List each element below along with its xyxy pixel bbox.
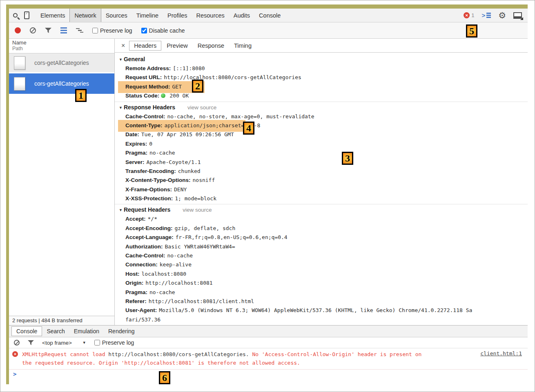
header-row: Origin:http://localhost:8081 bbox=[119, 279, 528, 288]
header-value: gzip, deflate, sdch bbox=[175, 225, 236, 231]
view-source-link[interactable]: view source bbox=[187, 104, 216, 111]
large-rows-icon[interactable] bbox=[60, 27, 67, 34]
view-source-link[interactable]: view source bbox=[183, 207, 212, 213]
header-row: Authorization:Basic YWRtaW46YWRtaW4= bbox=[119, 242, 528, 251]
clear-console-icon[interactable] bbox=[14, 340, 20, 345]
dock-side-icon[interactable] bbox=[513, 12, 522, 19]
tab-console[interactable]: Console bbox=[254, 9, 285, 22]
filter-icon[interactable] bbox=[45, 28, 51, 33]
olive-frame-top bbox=[6, 4, 528, 9]
annotation-badge-1: 1 bbox=[75, 89, 87, 102]
header-row: Accept:*/* bbox=[119, 215, 528, 224]
tab-network[interactable]: Network bbox=[69, 9, 101, 22]
header-row-content-type: Content-Type:application/json;charset=UT… bbox=[119, 121, 528, 130]
header-row-request-method: Request Method:GET bbox=[119, 82, 528, 91]
annotation-badge-3: 3 bbox=[342, 152, 353, 165]
header-value: 200 OK bbox=[169, 93, 189, 99]
section-general[interactable]: ▼General bbox=[119, 55, 528, 64]
preserve-log-input[interactable] bbox=[92, 28, 98, 33]
network-content: Name Path cors-getAllCategories cors-get… bbox=[9, 39, 528, 325]
devtools-window: Elements Network Sources Timeline Profil… bbox=[9, 9, 528, 384]
request-row-selected[interactable]: cors-getAllCategories bbox=[9, 73, 114, 94]
tab-preview[interactable]: Preview bbox=[162, 41, 192, 50]
error-count-label: 1 bbox=[471, 12, 474, 18]
header-value: http://localhost:8081 bbox=[145, 280, 212, 286]
tab-sources[interactable]: Sources bbox=[101, 9, 132, 22]
error-source-link[interactable]: client.html:1 bbox=[480, 350, 522, 357]
header-name: X-XSS-Protection: bbox=[125, 195, 173, 202]
chevron-down-icon: ▼ bbox=[82, 341, 86, 345]
frame-context-select[interactable]: <top frame> ▼ bbox=[42, 340, 86, 346]
header-row-status-code: Status Code:200 OK bbox=[119, 91, 528, 100]
tab-headers[interactable]: Headers bbox=[129, 41, 161, 51]
preserve-log-checkbox[interactable]: Preserve log bbox=[92, 27, 132, 34]
section-response-headers[interactable]: ▼Response Headersview source bbox=[119, 103, 528, 112]
tab-response[interactable]: Response bbox=[193, 41, 229, 50]
header-value: no-cache bbox=[149, 289, 175, 295]
settings-gear-icon[interactable]: ⚙ bbox=[498, 11, 506, 20]
disable-cache-input[interactable] bbox=[141, 28, 147, 33]
toggle-drawer-icon[interactable]: > bbox=[482, 12, 491, 18]
header-value: no-cache bbox=[167, 252, 193, 259]
error-text: XMLHttpRequest cannot load http://localh… bbox=[22, 350, 428, 367]
tab-audits[interactable]: Audits bbox=[229, 9, 254, 22]
timeline-waterfall-icon[interactable] bbox=[76, 28, 83, 33]
header-name: Transfer-Encoding: bbox=[125, 168, 176, 174]
name-column-label: Name bbox=[12, 40, 111, 46]
device-mode-icon[interactable] bbox=[24, 11, 29, 19]
header-value: */* bbox=[148, 216, 157, 222]
annotation-badge-5: 5 bbox=[466, 24, 477, 38]
section-title: General bbox=[124, 56, 145, 62]
search-icon[interactable] bbox=[13, 13, 18, 18]
console-preserve-log-checkbox[interactable]: Preserve log bbox=[94, 339, 134, 346]
header-name: Host: bbox=[125, 271, 140, 277]
close-icon[interactable]: × bbox=[118, 42, 128, 49]
header-name: Content-Type: bbox=[125, 122, 163, 128]
record-button[interactable] bbox=[15, 27, 21, 33]
console-preserve-log-input[interactable] bbox=[94, 340, 100, 345]
drawer-tab-emulation[interactable]: Emulation bbox=[69, 327, 104, 336]
tab-timing[interactable]: Timing bbox=[230, 41, 256, 50]
tab-resources[interactable]: Resources bbox=[192, 9, 229, 22]
header-name: Request Method: bbox=[125, 84, 170, 90]
header-name: Request URL: bbox=[125, 74, 162, 80]
screenshot-page: Elements Network Sources Timeline Profil… bbox=[0, 0, 535, 392]
collapse-triangle-icon: ▼ bbox=[119, 106, 123, 110]
error-counter[interactable]: ✕ 1 bbox=[464, 12, 474, 18]
header-row: Pragma:no-cache bbox=[119, 288, 528, 297]
section-request-headers[interactable]: ▼Request Headersview source bbox=[119, 205, 528, 215]
tab-timeline[interactable]: Timeline bbox=[132, 9, 163, 22]
header-value: [::1]:8080 bbox=[173, 65, 205, 71]
header-row: Transfer-Encoding:chunked bbox=[119, 167, 528, 176]
header-name: Expires: bbox=[125, 141, 147, 147]
tab-elements[interactable]: Elements bbox=[36, 9, 69, 22]
header-name: User-Agent: bbox=[125, 307, 157, 313]
error-text-part: XMLHttpRequest cannot load bbox=[22, 351, 108, 357]
header-name: X-Frame-Options: bbox=[125, 186, 172, 193]
drawer-lines-icon bbox=[486, 13, 491, 18]
requests-column-header[interactable]: Name Path bbox=[9, 39, 114, 53]
headers-view: ▼General Remote Address:[::1]:8080 Reque… bbox=[115, 53, 528, 325]
header-value: localhost:8080 bbox=[142, 271, 187, 277]
header-name: Status Code: bbox=[125, 93, 159, 99]
header-row: Host:localhost:8080 bbox=[119, 270, 528, 279]
header-row: Expires:0 bbox=[119, 140, 528, 148]
drawer-tab-console[interactable]: Console bbox=[11, 326, 42, 336]
header-value: nosniff bbox=[192, 177, 215, 183]
header-name: Server: bbox=[125, 159, 145, 165]
header-value: Apache-Coyote/1.1 bbox=[147, 159, 201, 165]
console-prompt-chevron[interactable]: > bbox=[9, 370, 528, 379]
clear-icon[interactable] bbox=[30, 27, 36, 33]
request-row[interactable]: cors-getAllCategories bbox=[9, 53, 114, 72]
console-filter-icon[interactable] bbox=[28, 340, 34, 345]
tab-profiles[interactable]: Profiles bbox=[163, 9, 192, 22]
collapse-triangle-icon: ▼ bbox=[119, 58, 123, 62]
header-row: Cache-Control:no-cache bbox=[119, 251, 528, 260]
disable-cache-checkbox[interactable]: Disable cache bbox=[141, 27, 185, 34]
header-name: Referer: bbox=[125, 298, 147, 304]
header-value: GET bbox=[172, 84, 182, 90]
drawer-tab-search[interactable]: Search bbox=[42, 327, 69, 336]
header-value: no-cache bbox=[149, 150, 175, 156]
drawer-tab-rendering[interactable]: Rendering bbox=[104, 327, 139, 336]
header-name: X-Content-Type-Options: bbox=[125, 177, 190, 183]
